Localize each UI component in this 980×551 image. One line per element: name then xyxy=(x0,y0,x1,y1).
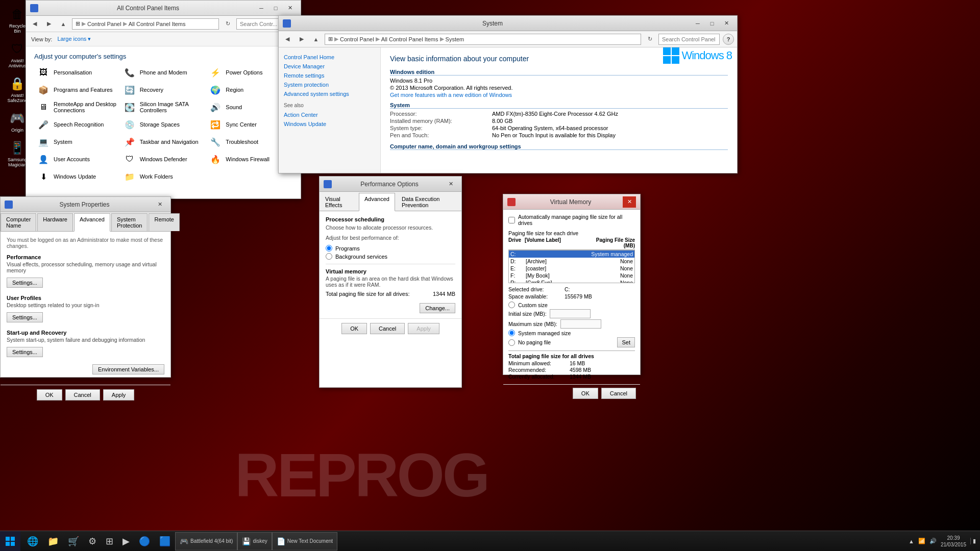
user-profiles-settings-btn[interactable]: Settings... xyxy=(7,312,43,322)
sys-refresh-btn[interactable]: ↻ xyxy=(644,34,655,45)
system-managed-radio[interactable] xyxy=(508,330,515,336)
cp-item-update[interactable]: ⬇ Windows Update xyxy=(34,168,120,185)
change-btn[interactable]: Change... xyxy=(420,303,455,313)
auto-manage-checkbox[interactable] xyxy=(508,217,515,223)
sidebar-windows-update-link[interactable]: Windows Update xyxy=(284,119,375,129)
startup-settings-btn[interactable]: Settings... xyxy=(7,347,43,357)
perf-close[interactable]: ✕ xyxy=(444,179,457,190)
cp-item-recovery[interactable]: 🔄 Recovery xyxy=(120,82,207,98)
address-path[interactable]: ⊞ ▶ Control Panel ▶ All Control Panel It… xyxy=(72,18,219,30)
view-value[interactable]: Large icons ▾ xyxy=(57,36,91,42)
cp-item-user-accounts[interactable]: 👤 User Accounts xyxy=(34,151,120,167)
cp-all-maximize[interactable]: □ xyxy=(269,3,282,14)
virt-close[interactable]: ✕ xyxy=(623,196,636,208)
custom-size-label[interactable]: Custom size xyxy=(508,302,635,308)
up-btn[interactable]: ▲ xyxy=(58,18,69,30)
taskbar-explorer[interactable]: 📁 xyxy=(43,532,63,550)
more-features-link[interactable]: Get more features with a new edition of … xyxy=(390,92,512,98)
cp-item-remoteapp[interactable]: 🖥 RemoteApp and Desktop Connections xyxy=(34,99,120,115)
sys-up-btn[interactable]: ▲ xyxy=(310,34,322,45)
programs-radio[interactable] xyxy=(326,245,332,252)
drive-row-e[interactable]: E: [coaster] None xyxy=(509,265,634,272)
sidebar-home-link[interactable]: Control Panel Home xyxy=(284,53,375,62)
drive-row-c[interactable]: C: System managed xyxy=(509,251,634,258)
performance-settings-btn[interactable]: Settings... xyxy=(7,278,43,288)
bgsvc-radio-label[interactable]: Background services xyxy=(326,253,455,260)
taskbar-app2[interactable]: 🟦 xyxy=(155,532,175,550)
sidebar-advanced-settings-link[interactable]: Advanced system settings xyxy=(284,89,375,98)
cp-item-phone[interactable]: 📞 Phone and Modem xyxy=(120,64,207,81)
initial-size-input[interactable] xyxy=(550,309,591,318)
tab-visual-effects[interactable]: Visual Effects xyxy=(320,193,358,211)
cp-item-taskbar[interactable]: 📌 Taskbar and Navigation xyxy=(120,134,207,150)
cp-item-silicon[interactable]: 💽 Silicon Image SATA Controllers xyxy=(120,99,207,115)
breadcrumb-all[interactable]: All Control Panel Items xyxy=(129,21,186,27)
perf-ok-btn[interactable]: OK xyxy=(341,323,367,334)
cp-item-programs[interactable]: 📦 Programs and Features xyxy=(34,82,120,98)
taskbar-store[interactable]: 🛒 xyxy=(63,532,84,550)
system-minimize[interactable]: ─ xyxy=(691,18,704,29)
taskbar-notepad[interactable]: 📄 New Text Document xyxy=(272,532,337,550)
programs-radio-label[interactable]: Programs xyxy=(326,245,455,252)
system-close[interactable]: ✕ xyxy=(720,18,733,29)
sysprop-cancel-btn[interactable]: Cancel xyxy=(65,389,100,400)
system-maximize[interactable]: □ xyxy=(705,18,719,29)
tab-advanced-perf[interactable]: Advanced xyxy=(359,193,395,211)
taskbar-app1[interactable]: 🔵 xyxy=(134,532,155,550)
tab-remote[interactable]: Remote xyxy=(149,213,180,231)
taskbar-media[interactable]: ▶ xyxy=(118,532,134,550)
taskbar-diskey[interactable]: 💾 diskey xyxy=(237,532,272,550)
cp-item-system[interactable]: 💻 System xyxy=(34,134,120,150)
breadcrumb-home[interactable]: ⊞ xyxy=(76,20,80,27)
sidebar-action-center-link[interactable]: Action Center xyxy=(284,110,375,119)
tab-advanced[interactable]: Advanced xyxy=(74,213,110,232)
cp-all-close[interactable]: ✕ xyxy=(283,3,297,14)
sysprop-apply-btn[interactable]: Apply xyxy=(103,389,135,400)
tab-hardware[interactable]: Hardware xyxy=(37,213,73,231)
sys-breadcrumb-cp[interactable]: Control Panel xyxy=(340,36,374,42)
sys-forward-btn[interactable]: ▶ xyxy=(296,34,307,45)
max-size-input[interactable] xyxy=(560,319,601,329)
drive-row-d[interactable]: D: [Archive] None xyxy=(509,258,634,265)
sys-address-path[interactable]: ⊞ ▶ Control Panel ▶ All Control Panel It… xyxy=(325,34,641,45)
taskbar-ie[interactable]: 🌐 xyxy=(22,532,43,550)
drive-row-r[interactable]: R: [Grrr8 Evo] None xyxy=(509,279,634,283)
taskbar-metro[interactable]: ⊞ xyxy=(101,532,118,550)
forward-btn[interactable]: ▶ xyxy=(43,18,55,30)
set-btn[interactable]: Set xyxy=(617,337,635,347)
no-paging-radio[interactable] xyxy=(508,339,515,346)
sys-breadcrumb-home[interactable]: ⊞ xyxy=(328,36,333,42)
sys-search-input[interactable] xyxy=(658,34,720,45)
perf-cancel-btn[interactable]: Cancel xyxy=(370,323,405,334)
taskbar-battlefield[interactable]: 🎮 Battlefield 4(64 bit) xyxy=(175,532,237,550)
sidebar-system-protection-link[interactable]: System protection xyxy=(284,80,375,89)
cp-item-workfolders[interactable]: 📁 Work Folders xyxy=(120,168,207,185)
taskbar-clock[interactable]: 20:39 21/03/2015 xyxy=(941,535,966,548)
breadcrumb-cp[interactable]: Control Panel xyxy=(87,21,121,27)
sysprop-close[interactable]: ✕ xyxy=(153,199,166,210)
help-btn[interactable]: ? xyxy=(723,34,734,45)
sidebar-remote-settings-link[interactable]: Remote settings xyxy=(284,71,375,80)
virt-cancel-btn[interactable]: Cancel xyxy=(601,388,636,399)
sys-breadcrumb-system[interactable]: System xyxy=(446,36,464,42)
tab-computer-name[interactable]: Computer Name xyxy=(1,213,36,231)
sys-back-btn[interactable]: ◀ xyxy=(282,34,293,45)
cp-item-speech[interactable]: 🎤 Speech Recognition xyxy=(34,116,120,133)
custom-size-radio[interactable] xyxy=(508,302,515,308)
back-btn[interactable]: ◀ xyxy=(29,18,40,30)
cp-item-defender[interactable]: 🛡 Windows Defender xyxy=(120,151,207,167)
tray-show-desktop[interactable]: ▮ xyxy=(970,538,976,544)
start-button[interactable] xyxy=(0,531,20,552)
perf-apply-btn[interactable]: Apply xyxy=(408,323,439,334)
tray-volume-icon[interactable]: 🔊 xyxy=(929,538,937,544)
taskbar-chrome[interactable]: ⚙ xyxy=(84,532,101,550)
drive-row-f[interactable]: F: [My Book] None xyxy=(509,272,634,279)
system-managed-label[interactable]: System managed size xyxy=(508,330,635,336)
sidebar-device-manager-link[interactable]: Device Manager xyxy=(284,62,375,71)
cp-item-storage[interactable]: 💿 Storage Spaces xyxy=(120,116,207,133)
sysprop-ok-btn[interactable]: OK xyxy=(37,389,62,400)
tab-system-protection[interactable]: System Protection xyxy=(111,213,148,231)
bgsvc-radio[interactable] xyxy=(326,253,332,260)
sys-breadcrumb-all[interactable]: All Control Panel Items xyxy=(381,36,438,42)
cp-all-minimize[interactable]: ─ xyxy=(255,3,268,14)
